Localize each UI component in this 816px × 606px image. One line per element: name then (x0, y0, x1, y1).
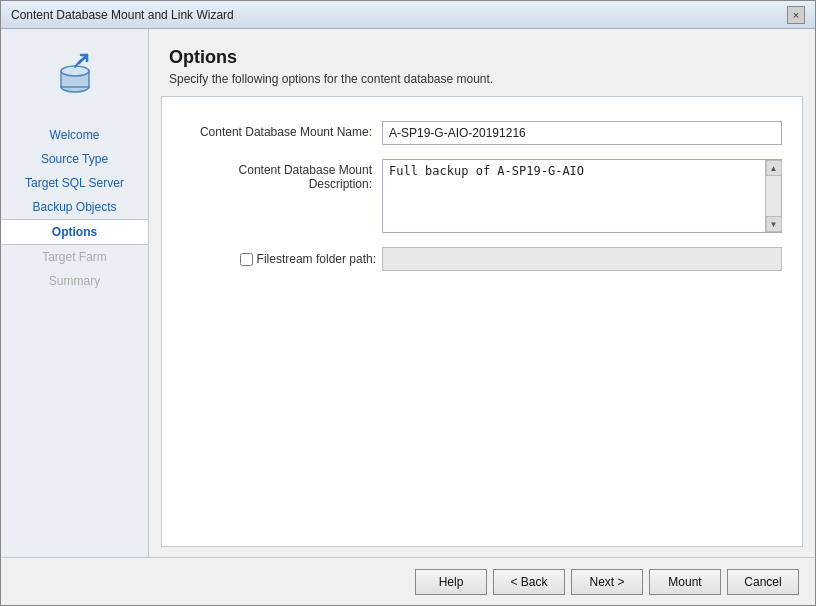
nav-items: Welcome Source Type Target SQL Server Ba… (1, 123, 148, 293)
page-description: Specify the following options for the co… (169, 72, 795, 86)
textarea-scrollbar: ▲ ▼ (765, 160, 781, 232)
sidebar-item-backup-objects[interactable]: Backup Objects (1, 195, 148, 219)
mount-name-row: Content Database Mount Name: (182, 121, 782, 145)
close-button[interactable]: × (787, 6, 805, 24)
filestream-label: Filestream folder path: (257, 252, 376, 266)
filestream-checkbox[interactable] (240, 253, 253, 266)
wizard-body: Welcome Source Type Target SQL Server Ba… (1, 29, 815, 557)
scroll-down-arrow[interactable]: ▼ (766, 216, 782, 232)
sidebar-item-welcome[interactable]: Welcome (1, 123, 148, 147)
footer: Help < Back Next > Mount Cancel (1, 557, 815, 605)
wizard-icon (47, 47, 103, 103)
sidebar-item-source-type[interactable]: Source Type (1, 147, 148, 171)
sidebar-item-options[interactable]: Options (1, 219, 148, 245)
filestream-field (382, 247, 782, 271)
page-title: Options (169, 47, 795, 68)
main-content: Options Specify the following options fo… (149, 29, 815, 557)
description-textarea[interactable]: Full backup of A-SP19-G-AIO (383, 160, 781, 232)
description-row: Content Database Mount Description: Full… (182, 159, 782, 233)
next-button[interactable]: Next > (571, 569, 643, 595)
content-header: Options Specify the following options fo… (149, 29, 815, 96)
sidebar: Welcome Source Type Target SQL Server Ba… (1, 29, 149, 557)
title-bar: Content Database Mount and Link Wizard × (1, 1, 815, 29)
content-panel: Content Database Mount Name: Content Dat… (161, 96, 803, 547)
sidebar-item-target-farm: Target Farm (1, 245, 148, 269)
wizard-window: Content Database Mount and Link Wizard × (0, 0, 816, 606)
sidebar-item-target-sql-server[interactable]: Target SQL Server (1, 171, 148, 195)
filestream-row: Filestream folder path: (182, 247, 782, 271)
cancel-button[interactable]: Cancel (727, 569, 799, 595)
help-button[interactable]: Help (415, 569, 487, 595)
scroll-up-arrow[interactable]: ▲ (766, 160, 782, 176)
mount-button[interactable]: Mount (649, 569, 721, 595)
mount-name-input[interactable] (382, 121, 782, 145)
mount-name-label: Content Database Mount Name: (182, 121, 382, 139)
title-bar-text: Content Database Mount and Link Wizard (11, 8, 234, 22)
back-button[interactable]: < Back (493, 569, 565, 595)
filestream-checkbox-area: Filestream folder path: (182, 252, 382, 266)
sidebar-item-summary: Summary (1, 269, 148, 293)
sidebar-header (1, 39, 148, 123)
content-header-text: Options Specify the following options fo… (169, 47, 795, 86)
description-textarea-container: Full backup of A-SP19-G-AIO ▲ ▼ (382, 159, 782, 233)
description-label: Content Database Mount Description: (182, 159, 382, 191)
